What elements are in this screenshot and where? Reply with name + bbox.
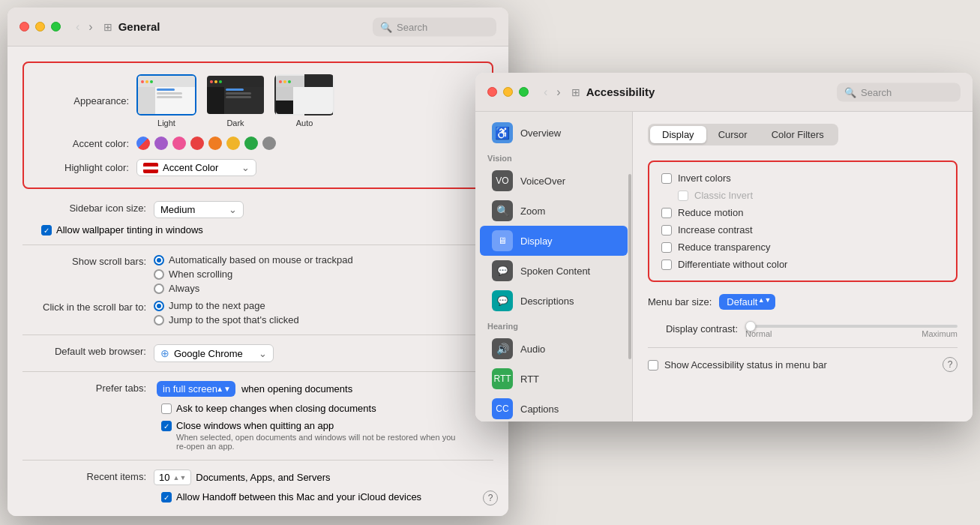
acc-minimize-button[interactable]	[503, 87, 513, 97]
auto-dot-red	[279, 80, 282, 83]
increase-contrast-checkbox[interactable]	[661, 225, 672, 236]
prefer-tabs-dropdown[interactable]: in full screen ▲▼	[157, 381, 235, 397]
close-windows-checkbox[interactable]	[161, 421, 172, 431]
flag-icon	[143, 163, 158, 173]
scroll-auto-label: Automatically based on mouse or trackpad	[169, 254, 353, 266]
ask-changes-checkbox[interactable]	[161, 404, 172, 414]
color-gray[interactable]	[262, 136, 276, 150]
forward-arrow[interactable]: ›	[85, 19, 95, 35]
reduce-motion-checkbox[interactable]	[661, 208, 672, 218]
grid-icon[interactable]: ⊞	[103, 21, 112, 33]
handoff-checkbox[interactable]	[161, 492, 172, 502]
acc-forward-arrow[interactable]: ›	[553, 84, 563, 100]
sidebar-item-spoken-content[interactable]: 💬 Spoken Content	[480, 256, 628, 286]
recent-items-value-box[interactable]: 10 ▲▼	[154, 470, 191, 485]
sidebar-size-dropdown[interactable]: Medium ⌄	[154, 201, 244, 218]
reduce-transparency-row: Reduce transparency	[661, 242, 944, 253]
tab-color-filters[interactable]: Color Filters	[760, 126, 836, 143]
invert-colors-checkbox[interactable]	[661, 173, 672, 184]
close-windows-row: Close windows when quitting an app When …	[22, 420, 493, 451]
sidebar-item-overview[interactable]: ♿ Overview	[480, 118, 628, 148]
jump-next-page-radio[interactable]	[154, 301, 164, 311]
scroll-auto-option[interactable]: Automatically based on mouse or trackpad	[154, 254, 353, 266]
contrast-slider-track[interactable]	[745, 325, 958, 328]
acc-grid-icon[interactable]: ⊞	[571, 86, 580, 98]
hearing-section-label: Hearing	[475, 316, 632, 334]
scroll-when-scrolling-radio[interactable]	[154, 269, 164, 280]
light-thumbnail[interactable]	[136, 74, 196, 116]
contrast-row: Display contrast: Normal Maximum	[648, 319, 958, 338]
captions-icon: CC	[492, 398, 513, 419]
appearance-auto[interactable]: Auto	[274, 74, 334, 128]
sidebar-item-voiceover[interactable]: VO VoiceOver	[480, 166, 628, 196]
sidebar-item-captions[interactable]: CC Captions	[480, 394, 628, 422]
increase-contrast-row: Increase contrast	[661, 224, 944, 236]
color-green[interactable]	[244, 136, 258, 150]
close-button[interactable]	[19, 22, 29, 32]
display-options-box: Invert colors Classic Invert Reduce moti…	[648, 160, 958, 282]
sidebar-item-audio[interactable]: 🔊 Audio	[480, 334, 628, 364]
auto-thumbnail[interactable]	[274, 74, 334, 116]
minimize-button[interactable]	[35, 22, 45, 32]
wallpaper-tinting-checkbox[interactable]	[41, 225, 52, 236]
color-red[interactable]	[190, 136, 204, 150]
show-status-checkbox[interactable]	[648, 360, 658, 370]
scroll-always-radio[interactable]	[154, 284, 164, 294]
tab-display[interactable]: Display	[650, 126, 706, 143]
highlight-color-row: Highlight color: Accent Color ⌄	[39, 159, 477, 176]
scroll-auto-radio[interactable]	[154, 255, 164, 266]
menu-bar-size-row: Menu bar size: Default ▲▼	[648, 294, 958, 310]
scroll-when-scrolling-option[interactable]: When scrolling	[154, 268, 353, 280]
appearance-light[interactable]: Light	[136, 74, 196, 128]
color-multi[interactable]	[136, 136, 150, 150]
dark-bar-2	[226, 96, 251, 98]
sidebar-item-descriptions[interactable]: 💬 Descriptions	[480, 286, 628, 316]
jump-next-page-option[interactable]: Jump to the next page	[154, 300, 299, 311]
display-icon: 🖥	[492, 230, 513, 251]
acc-back-arrow[interactable]: ‹	[541, 84, 550, 100]
highlight-color-dropdown[interactable]: Accent Color ⌄	[136, 159, 256, 176]
maximize-button[interactable]	[51, 22, 61, 32]
color-orange[interactable]	[208, 136, 222, 150]
general-content: Appearance:	[7, 46, 508, 516]
sidebar-item-display[interactable]: 🖥 Display	[480, 226, 628, 256]
separator-4	[22, 460, 493, 460]
color-pink[interactable]	[172, 136, 186, 150]
default-browser-dropdown[interactable]: ⊕ Google Chrome ⌄	[154, 344, 274, 362]
acc-help-button[interactable]: ?	[943, 357, 958, 372]
appearance-dark[interactable]: Dark	[205, 74, 265, 128]
acc-help-icon[interactable]: ?	[943, 357, 958, 372]
ask-changes-label: Ask to keep changes when closing documen…	[176, 403, 376, 414]
color-yellow[interactable]	[226, 136, 240, 150]
contrast-slider-thumb[interactable]	[745, 321, 756, 332]
auto-thumb-top	[276, 76, 333, 87]
jump-spot-radio[interactable]	[154, 315, 164, 326]
prefer-tabs-suffix: when opening documents	[241, 383, 352, 394]
reduce-transparency-checkbox[interactable]	[661, 242, 672, 253]
menu-bar-size-dropdown[interactable]: Default ▲▼	[719, 294, 775, 310]
recent-items-spinner[interactable]: ▲▼	[172, 474, 186, 482]
tab-cursor[interactable]: Cursor	[706, 126, 760, 143]
sidebar-overview-label: Overview	[520, 128, 561, 139]
color-purple[interactable]	[154, 136, 168, 150]
differentiate-checkbox[interactable]	[661, 260, 672, 270]
click-scroll-bar-label: Click in the scroll bar to:	[22, 300, 154, 313]
sidebar-wrapper: ♿ Overview Vision VO VoiceOver 🔍 Zoom 🖥 …	[475, 112, 633, 422]
acc-maximize-button[interactable]	[519, 87, 529, 97]
back-arrow[interactable]: ‹	[73, 19, 82, 35]
sidebar-item-rtt[interactable]: RTT RTT	[480, 364, 628, 394]
sidebar-item-zoom[interactable]: 🔍 Zoom	[480, 196, 628, 226]
acc-nav-arrows: ‹ ›	[541, 84, 564, 100]
chevron-icon: ⌄	[241, 162, 250, 173]
classic-invert-checkbox[interactable]	[678, 190, 688, 201]
jump-spot-option[interactable]: Jump to the spot that's clicked	[154, 314, 299, 326]
browser-chevron: ⌄	[259, 348, 267, 359]
general-search-box[interactable]: 🔍 Search	[373, 17, 496, 36]
scroll-always-option[interactable]: Always	[154, 283, 353, 294]
acc-close-button[interactable]	[487, 87, 497, 97]
handoff-row: Allow Handoff between this Mac and your …	[22, 491, 493, 502]
jump-next-page-label: Jump to the next page	[169, 300, 265, 311]
acc-search-box[interactable]: 🔍 Search	[837, 82, 961, 101]
general-help-icon[interactable]: ?	[483, 490, 498, 506]
dark-thumbnail[interactable]	[205, 74, 265, 116]
